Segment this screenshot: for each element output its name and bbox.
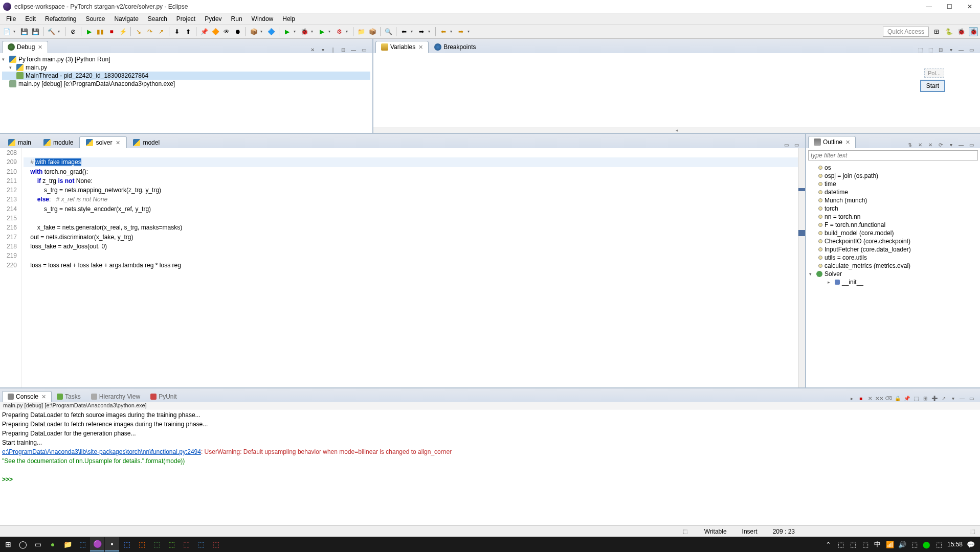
outline-item[interactable]: utils = core.utils: [809, 254, 977, 262]
close-icon[interactable]: ✕: [38, 44, 42, 51]
view-menu-icon[interactable]: ▾: [947, 46, 954, 53]
menu-run[interactable]: Run: [227, 14, 247, 24]
menu-edit[interactable]: Edit: [21, 14, 40, 24]
breakpoint-icon[interactable]: ⏺: [233, 27, 242, 36]
outline-item[interactable]: build_model (core.model): [809, 229, 977, 237]
remove-terminated-icon[interactable]: ✕: [309, 46, 316, 53]
cortana-icon[interactable]: ◯: [16, 537, 30, 551]
hide-icon[interactable]: ✕: [917, 141, 924, 148]
panel-sash[interactable]: ◂: [373, 127, 980, 133]
notifications-icon[interactable]: 💬: [967, 540, 975, 548]
terminate-icon[interactable]: ■: [107, 27, 116, 36]
display-icon[interactable]: ⬚: [912, 395, 920, 402]
run-last-icon[interactable]: ▶: [317, 27, 326, 36]
menu-search[interactable]: Search: [144, 14, 171, 24]
open-console-icon[interactable]: ⊞: [922, 395, 929, 402]
tray-app-icon[interactable]: ⬤: [923, 540, 931, 548]
code-line[interactable]: x_fake = nets.generator(x_real, s_trg, m…: [24, 223, 798, 232]
overview-ruler[interactable]: [798, 148, 805, 387]
minimize-icon[interactable]: —: [350, 46, 357, 53]
minimize-icon[interactable]: —: [957, 141, 965, 148]
outline-item[interactable]: calculate_metrics (metrics.eval): [809, 262, 977, 270]
new-console-icon[interactable]: ➕: [931, 395, 938, 402]
filter-icon[interactable]: ✕: [927, 141, 934, 148]
pin-icon[interactable]: 📌: [903, 395, 910, 402]
start-menu-icon[interactable]: ⊞: [1, 537, 15, 551]
maximize-icon[interactable]: ▭: [968, 395, 975, 402]
back-icon[interactable]: ⬅: [439, 27, 448, 36]
editor-tab-model[interactable]: model: [127, 137, 166, 148]
show-type-icon[interactable]: ⬚: [917, 46, 924, 53]
perspective-open-icon[interactable]: ⊞: [932, 27, 941, 36]
variable-icon[interactable]: 🔶: [211, 27, 220, 36]
app-icon[interactable]: ⬚: [209, 537, 223, 551]
menu-refactoring[interactable]: Refactoring: [41, 14, 80, 24]
tab-breakpoints[interactable]: Breakpoints: [429, 41, 481, 53]
debug-icon[interactable]: 🐞: [300, 27, 309, 36]
chevron-up-icon[interactable]: ⌃: [825, 540, 833, 548]
dropdown-icon[interactable]: ▾: [13, 29, 17, 34]
code-line[interactable]: s_trg = nets.style_encoder(x_ref, y_trg): [24, 204, 798, 214]
dropdown-icon[interactable]: ▾: [346, 29, 350, 34]
tray-app-icon[interactable]: ⬚: [849, 540, 857, 548]
save-all-icon[interactable]: 💾: [31, 27, 40, 36]
tab-pyunit[interactable]: PyUnit: [145, 392, 182, 402]
outline-item[interactable]: time: [809, 180, 977, 188]
close-button[interactable]: ✕: [963, 2, 977, 12]
tree-row-main[interactable]: ▾ main.py: [2, 63, 370, 72]
build-icon[interactable]: 🔨: [47, 27, 56, 36]
view-menu-icon[interactable]: ▾: [319, 46, 326, 53]
outline-item[interactable]: F = torch.nn.functional: [809, 221, 977, 229]
outline-method[interactable]: ▸__init__: [809, 278, 977, 286]
box-icon[interactable]: 📦: [249, 27, 258, 36]
tray-app-icon[interactable]: ⬚: [861, 540, 870, 548]
output-icon[interactable]: ▸: [848, 395, 855, 402]
suspend-icon[interactable]: ▮▮: [96, 27, 105, 36]
code-line[interactable]: s_trg = nets.mapping_network(z_trg, y_tr…: [24, 186, 798, 195]
outline-item[interactable]: CheckpointIO (core.checkpoint): [809, 237, 977, 245]
open-type-icon[interactable]: 🔷: [266, 27, 276, 36]
variables-body[interactable]: Pol... Start: [373, 53, 980, 127]
outline-item[interactable]: InputFetcher (core.data_loader): [809, 245, 977, 254]
new-project-icon[interactable]: 📁: [357, 27, 366, 36]
perspective-pydev-icon[interactable]: 🐍: [944, 27, 953, 36]
close-icon[interactable]: ✕: [41, 394, 46, 400]
collapse-icon[interactable]: ⊟: [340, 46, 347, 53]
step-over-icon[interactable]: ↷: [145, 27, 154, 36]
maximize-icon[interactable]: ▭: [968, 46, 975, 53]
code-line[interactable]: # with fake images: [24, 157, 798, 167]
dropdown-icon[interactable]: ▾: [311, 29, 315, 34]
outline-item[interactable]: ospj = join (os.path): [809, 172, 977, 180]
external-icon[interactable]: ⚙: [335, 27, 344, 36]
disconnect-icon[interactable]: ⚡: [118, 27, 127, 36]
app-icon[interactable]: ⬚: [164, 537, 179, 551]
dropdown-icon[interactable]: ▾: [328, 29, 332, 34]
dropdown-icon[interactable]: ▾: [58, 29, 62, 34]
tray-app-icon[interactable]: ⬚: [935, 540, 943, 548]
outline-tree[interactable]: os ospj = join (os.path) time datetime M…: [806, 163, 980, 387]
watch-icon[interactable]: 👁: [222, 27, 231, 36]
outline-item[interactable]: Munch (munch): [809, 196, 977, 204]
minimize-icon[interactable]: —: [957, 46, 965, 53]
ime-icon[interactable]: ⬚: [910, 540, 919, 548]
remove-icon[interactable]: ✕: [866, 395, 874, 402]
outline-item[interactable]: torch: [809, 204, 977, 213]
input-method-icon[interactable]: 中: [874, 540, 882, 548]
app-icon[interactable]: ●: [46, 537, 60, 551]
tray-app-icon[interactable]: ⬚: [837, 540, 845, 548]
view-menu-icon[interactable]: ▾: [949, 395, 956, 402]
maximize-icon[interactable]: ▭: [968, 141, 975, 148]
resume-icon[interactable]: ▶: [84, 27, 94, 36]
expand-icon[interactable]: ▾: [809, 271, 814, 277]
terminate-icon[interactable]: ■: [857, 395, 864, 402]
code-line[interactable]: out = nets.discriminator(x_fake, y_trg): [24, 233, 798, 242]
console-output[interactable]: Preparing DataLoader to fetch source ima…: [0, 409, 980, 525]
editor-tab-module[interactable]: module: [37, 137, 79, 148]
outline-item[interactable]: os: [809, 164, 977, 172]
status-tip-icon[interactable]: ⬚: [969, 528, 976, 535]
task-view-icon[interactable]: ▭: [31, 537, 45, 551]
scroll-lock-icon[interactable]: 🔒: [894, 395, 901, 402]
line-gutter[interactable]: 208 209 210 211 212 213 214 215 216 217 …: [0, 148, 21, 387]
forward-icon[interactable]: ➡: [456, 27, 465, 36]
outline-item[interactable]: nn = torch.nn: [809, 213, 977, 221]
